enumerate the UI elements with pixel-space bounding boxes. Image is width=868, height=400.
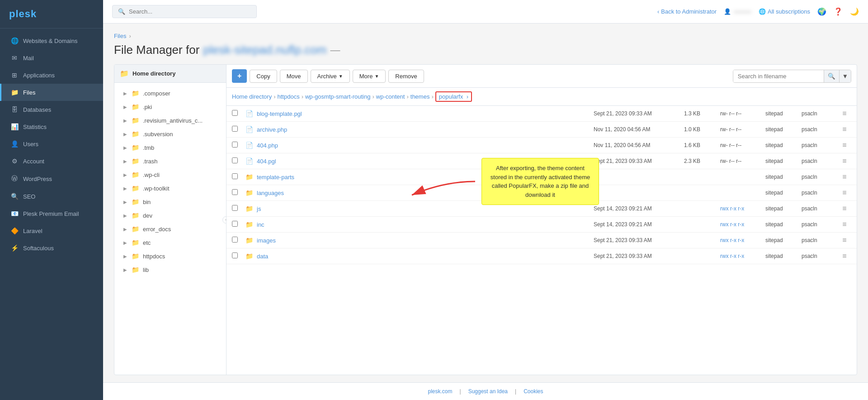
tree-item[interactable]: ▶ 📁 dev — [114, 209, 226, 222]
file-name-cell[interactable]: 📁 images — [245, 237, 594, 244]
tree-collapse-handle[interactable]: ‹ — [222, 216, 226, 224]
row-checkbox[interactable] — [232, 157, 238, 163]
file-checkbox[interactable] — [232, 189, 245, 196]
file-menu-button[interactable]: ≡ — [838, 125, 851, 133]
path-segment-gosmtp[interactable]: wp-gosmtp-smart-routing — [305, 93, 371, 100]
remove-button[interactable]: Remove — [388, 70, 424, 83]
tree-item[interactable]: ▶ 📁 lib — [114, 263, 226, 276]
sidebar-item-account[interactable]: ⚙ Account — [0, 152, 103, 170]
archive-button[interactable]: Archive ▼ — [311, 70, 350, 83]
tree-item[interactable]: ▶ 📁 .subversion — [114, 127, 226, 141]
tree-item[interactable]: ▶ 📁 .pki — [114, 100, 226, 114]
row-checkbox[interactable] — [232, 221, 238, 227]
path-segment-httpdocs[interactable]: httpdocs — [277, 93, 299, 100]
file-perms-cell: rw- r-- r-- — [720, 142, 765, 148]
file-row: 📄 archive.php Nov 11, 2020 04:56 AM 1.0 … — [226, 122, 857, 138]
help-icon[interactable]: ❓ — [834, 7, 843, 16]
sidebar-item-statistics[interactable]: 📊 Statistics — [0, 118, 103, 135]
row-checkbox[interactable] — [232, 189, 238, 195]
file-name-cell[interactable]: 📄 404.php — [245, 142, 594, 149]
filename-search-input[interactable] — [733, 70, 824, 82]
mail-icon: ✉ — [10, 54, 19, 62]
path-segment-home[interactable]: Home directory — [232, 93, 272, 100]
filename-search-button[interactable]: 🔍 — [824, 70, 839, 82]
file-menu-button[interactable]: ≡ — [838, 189, 851, 197]
add-button[interactable]: + — [232, 69, 247, 83]
search-input[interactable] — [129, 8, 251, 15]
tree-item[interactable]: ▶ 📁 .trash — [114, 154, 226, 168]
filename-search-dropdown[interactable]: ▼ — [839, 70, 851, 82]
sidebar-item-plesk-email[interactable]: 📧 Plesk Premium Email — [0, 205, 103, 222]
file-checkbox[interactable] — [232, 237, 245, 244]
theme-icon[interactable]: 🌙 — [850, 7, 859, 16]
tree-item[interactable]: ▶ 📁 .tmb — [114, 141, 226, 154]
file-checkbox[interactable] — [232, 157, 245, 165]
tree-item[interactable]: ▶ 📁 httpdocs — [114, 249, 226, 263]
file-checkbox[interactable] — [232, 221, 245, 228]
file-checkbox[interactable] — [232, 205, 245, 212]
row-checkbox[interactable] — [232, 126, 238, 132]
path-segment-current[interactable]: popularfx › — [435, 91, 472, 102]
page-title-prefix: File Manager for — [114, 43, 199, 57]
search-box[interactable]: 🔍 — [112, 5, 257, 18]
sidebar-item-wordpress[interactable]: Ⓦ WordPress — [0, 170, 103, 188]
file-name-cell[interactable]: 📁 data — [245, 252, 594, 260]
sidebar-item-softaculous[interactable]: ⚡ Softaculous — [0, 239, 103, 257]
file-menu-button[interactable]: ≡ — [838, 173, 851, 181]
file-checkbox[interactable] — [232, 126, 245, 133]
language-icon[interactable]: 🌍 — [817, 7, 826, 16]
footer-plesk-link[interactable]: plesk.com — [428, 388, 452, 395]
footer-sep: | — [515, 388, 516, 395]
sidebar-item-websites[interactable]: 🌐 Websites & Domains — [0, 32, 103, 49]
file-owner-cell: sitepad — [765, 205, 802, 212]
file-menu-button[interactable]: ≡ — [838, 205, 851, 213]
sidebar-item-files[interactable]: 📁 Files — [0, 84, 103, 101]
sidebar-item-seo[interactable]: 🔍 SEO — [0, 188, 103, 205]
footer-cookies-link[interactable]: Cookies — [524, 388, 543, 395]
row-checkbox[interactable] — [232, 142, 238, 148]
tree-item[interactable]: ▶ 📁 .revisium_antivirus_c... — [114, 114, 226, 127]
path-segment-themes[interactable]: themes — [410, 93, 430, 100]
wordpress-icon: Ⓦ — [10, 175, 19, 183]
sidebar-item-users[interactable]: 👤 Users — [0, 135, 103, 152]
tree-item[interactable]: ▶ 📁 .composer — [114, 86, 226, 100]
copy-button[interactable]: Copy — [250, 70, 277, 83]
sidebar-item-laravel[interactable]: 🔶 Laravel — [0, 222, 103, 239]
path-segment-wpcontent[interactable]: wp-content — [376, 93, 405, 100]
file-menu-button[interactable]: ≡ — [838, 220, 851, 229]
sidebar-item-databases[interactable]: 🗄 Databases — [0, 101, 103, 118]
file-name-cell[interactable]: 📄 archive.php — [245, 126, 594, 133]
row-checkbox[interactable] — [232, 237, 238, 243]
expand-icon: ▶ — [123, 159, 127, 164]
file-menu-button[interactable]: ≡ — [838, 252, 851, 260]
row-checkbox[interactable] — [232, 110, 238, 116]
tree-item[interactable]: ▶ 📁 .wp-cli — [114, 168, 226, 181]
file-name-cell[interactable]: 📁 js — [245, 205, 594, 212]
tree-item[interactable]: ▶ 📁 bin — [114, 195, 226, 209]
sidebar-item-applications[interactable]: ⊞ Applications — [0, 67, 103, 84]
tree-item[interactable]: ▶ 📁 .wp-toolkit — [114, 181, 226, 195]
tree-item[interactable]: ▶ 📁 etc — [114, 236, 226, 249]
row-checkbox[interactable] — [232, 252, 238, 258]
file-checkbox[interactable] — [232, 173, 245, 181]
more-button[interactable]: More ▼ — [353, 70, 386, 83]
breadcrumb-files[interactable]: Files — [114, 33, 126, 39]
file-checkbox[interactable] — [232, 142, 245, 149]
row-checkbox[interactable] — [232, 173, 238, 179]
tree-root-item[interactable]: 📁 Home directory — [114, 65, 226, 83]
file-menu-button[interactable]: ≡ — [838, 236, 851, 244]
move-button[interactable]: Move — [280, 70, 308, 83]
back-to-admin-link[interactable]: ‹ Back to Administrator — [657, 8, 717, 15]
file-checkbox[interactable] — [232, 110, 245, 117]
file-name-cell[interactable]: 📄 blog-template.pgl — [245, 110, 594, 117]
footer-suggest-link[interactable]: Suggest an Idea — [468, 388, 508, 395]
file-menu-button[interactable]: ≡ — [838, 141, 851, 149]
file-menu-button[interactable]: ≡ — [838, 157, 851, 165]
sidebar-item-mail[interactable]: ✉ Mail — [0, 49, 103, 67]
row-checkbox[interactable] — [232, 205, 238, 211]
file-checkbox[interactable] — [232, 252, 245, 260]
file-menu-button[interactable]: ≡ — [838, 110, 851, 118]
all-subscriptions-link[interactable]: 🌐 All subscriptions — [759, 8, 810, 15]
file-name-cell[interactable]: 📁 inc — [245, 221, 594, 228]
tree-item[interactable]: ▶ 📁 error_docs — [114, 222, 226, 236]
